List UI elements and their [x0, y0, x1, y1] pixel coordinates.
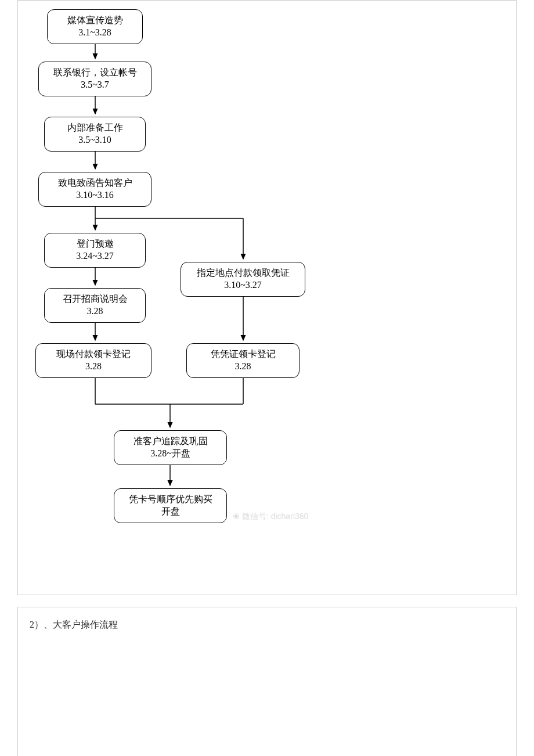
- node-date: 3.10~3.16: [76, 189, 114, 201]
- node-meeting: 召开招商说明会 3.28: [44, 288, 146, 323]
- node-purchase-by-card: 凭卡号顺序优先购买 开盘: [114, 488, 227, 523]
- node-date: 3.28: [87, 305, 103, 318]
- node-designated-pay-voucher: 指定地点付款领取凭证 3.10~3.27: [181, 262, 305, 297]
- node-visit-invite: 登门预邀 3.24~3.27: [44, 233, 146, 268]
- node-title: 指定地点付款领取凭证: [197, 267, 290, 279]
- node-title: 致电致函告知客户: [58, 177, 132, 189]
- node-title: 凭凭证领卡登记: [211, 348, 276, 361]
- node-internal-prep: 内部准备工作 3.5~3.10: [44, 117, 146, 152]
- node-date: 3.5~3.10: [78, 134, 111, 146]
- watermark: ❀ 微信号: dichan360: [233, 512, 308, 522]
- node-date: 3.24~3.27: [76, 250, 114, 262]
- node-title: 凭卡号顺序优先购买: [129, 494, 212, 506]
- node-title: 联系银行，设立帐号: [53, 67, 137, 79]
- node-notify-clients: 致电致函告知客户 3.10~3.16: [38, 172, 151, 207]
- node-followup: 准客户追踪及巩固 3.28~开盘: [114, 430, 227, 465]
- node-onsite-pay-card: 现场付款领卡登记 3.28: [35, 343, 151, 378]
- flowchart-panel: 媒体宣传造势 3.1~3.28 联系银行，设立帐号 3.5~3.7 内部准备工作…: [17, 0, 517, 595]
- node-title: 准客户追踪及巩固: [134, 435, 208, 448]
- node-date: 3.1~3.28: [78, 27, 111, 39]
- node-title: 登门预邀: [77, 238, 114, 250]
- node-date: 3.10~3.27: [224, 279, 262, 291]
- node-title: 召开招商说明会: [63, 293, 128, 305]
- section-2-panel: 2）、大客户操作流程: [17, 607, 517, 756]
- node-date: 3.28: [85, 361, 102, 373]
- node-date: 3.5~3.7: [81, 79, 109, 91]
- node-voucher-card-reg: 凭凭证领卡登记 3.28: [186, 343, 300, 378]
- node-title: 媒体宣传造势: [67, 15, 123, 27]
- section-2-heading: 2）、大客户操作流程: [30, 619, 504, 631]
- node-date: 3.28: [235, 361, 251, 373]
- node-title: 现场付款领卡登记: [56, 348, 131, 361]
- wechat-icon: ❀: [233, 512, 242, 521]
- node-bank-setup: 联系银行，设立帐号 3.5~3.7: [38, 62, 151, 96]
- node-date: 3.28~开盘: [150, 448, 190, 460]
- node-media-promo: 媒体宣传造势 3.1~3.28: [47, 9, 143, 44]
- node-date: 开盘: [161, 506, 180, 518]
- node-title: 内部准备工作: [67, 122, 123, 134]
